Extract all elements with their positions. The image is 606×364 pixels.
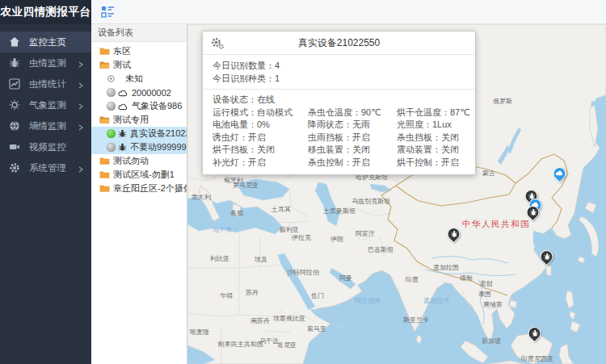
lure-lamp: 诱虫灯：开启: [203, 132, 298, 144]
bug-device-icon: [118, 129, 127, 138]
folder-open-icon: [99, 61, 110, 69]
device-tree: 东区 测试 未知 20000002 气象设备986: [91, 42, 187, 195]
map-place-label: 柬埔寨: [483, 300, 503, 309]
status-offline-dot: [107, 88, 116, 97]
sidebar-item-monitor-home[interactable]: 监控主页: [0, 31, 91, 52]
map-place-label: 土耳其: [271, 205, 291, 214]
map-place-label: 肯尼亚: [277, 341, 297, 349]
map-place-label: 泰国: [478, 290, 491, 299]
sidebar-item-pest-stats[interactable]: 虫情统计: [0, 73, 91, 94]
dry-chamber-temp: 烘干仓温度：87℃: [387, 107, 475, 119]
tree-device-weather-986[interactable]: 气象设备986: [91, 99, 187, 113]
map-label-china: 中华人民共和国: [462, 219, 530, 230]
map-place-label: 新加坡: [482, 337, 501, 345]
sidebar: 农业四情测报平台 监控主页 虫情监测 虫情统计 气象监测: [0, 0, 91, 364]
dry-control: 烘干控制：开启: [387, 157, 475, 169]
map-place-label: 叙利亚: [280, 225, 299, 234]
home-icon: [9, 36, 20, 48]
bug-icon: [444, 225, 463, 244]
status-offline-dot: [107, 102, 116, 111]
map-place-label: 埃塞俄比亚: [273, 314, 305, 323]
kill-chamber-temp: 杀虫仓温度：90℃: [298, 107, 387, 119]
device-list-title: 设备列表: [91, 24, 187, 42]
tree-folder-test-only[interactable]: 测试专用: [91, 113, 187, 127]
bug-device-pin[interactable]: [541, 250, 554, 266]
folder-closed-icon: [99, 157, 110, 165]
map-place-label: 南苏丹: [250, 316, 270, 325]
map-place-label: 苏丹: [246, 288, 259, 297]
tree-folder-test[interactable]: 测试: [91, 58, 187, 72]
sidebar-item-soil-monitor[interactable]: 墒情监测: [0, 115, 91, 136]
bug-device-pin[interactable]: [448, 228, 461, 243]
map-place-label: 埃及: [255, 255, 267, 264]
move-device: 移虫装置：关闭: [298, 144, 387, 157]
folder-closed-icon: [99, 170, 110, 179]
bug-device-pin[interactable]: [528, 327, 542, 342]
status-offline-dot: [107, 143, 116, 152]
rain-baffle: 虫雨挡板：开启: [298, 132, 387, 144]
run-mode: 运行模式：自动模式: [203, 107, 298, 119]
map-place-label: 土库曼斯坦: [323, 207, 356, 215]
map-place-label: 乌干达: [259, 337, 279, 345]
tree-device-20000002[interactable]: 20000002: [91, 86, 187, 99]
tree-device-real-21022550[interactable]: 真实设备21022550: [91, 127, 187, 140]
chevron-right-icon: [78, 123, 84, 129]
map-place-label: 伊拉克: [292, 233, 311, 242]
map-place-label: 孟加拉湾: [423, 296, 449, 305]
popup-title: 真实设备21022550: [224, 36, 454, 50]
illuminance: 光照度：1Lux: [387, 119, 475, 132]
today-count: 今日识别数量：4: [203, 59, 475, 72]
map-place-label: 斯里兰卡: [403, 316, 429, 324]
globe-icon: [9, 120, 20, 132]
map-place-label: 老挝: [480, 279, 493, 288]
tree-folder-east-zone[interactable]: 东区: [91, 44, 187, 58]
kill-control: 杀虫控制：开启: [298, 157, 387, 169]
status-online-dot: [107, 129, 116, 138]
chevron-right-icon: [78, 165, 84, 171]
vibrate-device: 震动装置：关闭: [387, 144, 475, 157]
map-place-label: 孟加拉国: [433, 263, 459, 272]
map-place-label: 意大利: [191, 193, 211, 202]
video-camera-icon: [9, 141, 20, 153]
bug-icon: [537, 248, 556, 266]
sidebar-item-video-monitor[interactable]: 视频监控: [0, 136, 91, 157]
rain-status: 降雨状态：无雨: [298, 119, 387, 132]
kill-baffle: 杀虫挡板：关闭: [387, 132, 475, 144]
tree-folder-zhangqiu[interactable]: 章丘阳丘区-2个摄像头: [91, 182, 187, 195]
settings-gear-icon[interactable]: [211, 37, 224, 49]
map-place-label: 伊朗: [330, 235, 343, 244]
sidebar-item-system-manage[interactable]: 系统管理: [0, 157, 91, 178]
tree-folder-test-area[interactable]: 测试区域-勿删1: [91, 168, 187, 182]
map-place-label: 也门: [311, 291, 324, 300]
map-place-label: 沙特阿拉伯: [287, 268, 319, 277]
sidebar-item-weather-monitor[interactable]: 气象监测: [0, 94, 91, 115]
sidebar-item-pest-monitor[interactable]: 虫情监测: [0, 52, 91, 73]
map-place-label: 利比亚: [210, 254, 229, 263]
chart-icon: [9, 78, 20, 90]
popup-header: 真实设备21022550: [203, 31, 475, 55]
chevron-right-icon: [78, 60, 84, 66]
map-place-label: 索马里: [307, 324, 326, 333]
map-place-label: 罗马尼亚: [233, 181, 259, 190]
map-place-label: 阿富汗: [356, 229, 375, 238]
gear-icon: [9, 162, 20, 174]
map-place-label: 匈牙利: [224, 176, 243, 185]
weather-device-icon: [118, 103, 128, 111]
popup-summary: 今日识别数量：4 今日识别种类：1: [203, 55, 475, 90]
tree-folder-test-nomove[interactable]: 测试勿动: [91, 154, 187, 168]
topbar: [91, 0, 606, 24]
chevron-right-icon: [78, 81, 84, 87]
tree-device-unknown[interactable]: 未知: [91, 72, 187, 86]
tree-device-dont-touch[interactable]: 不要动99999999: [91, 140, 187, 154]
map-place-label: 阿曼: [339, 274, 352, 282]
map-place-label: 乍得: [220, 291, 233, 300]
weather-icon: [9, 99, 20, 111]
chevron-right-icon: [78, 102, 84, 108]
folder-closed-icon: [99, 184, 110, 193]
weather-station-pin[interactable]: [553, 167, 567, 182]
today-species: 今日识别种类：1: [203, 72, 475, 85]
bug-device-pin[interactable]: [527, 206, 541, 221]
device-info-popup: 真实设备21022550 今日识别数量：4 今日识别种类：1 设备状态：在线 运…: [202, 31, 476, 175]
map-place-label: 蒙古: [482, 169, 495, 178]
device-tree-toggle-icon[interactable]: [101, 5, 115, 19]
